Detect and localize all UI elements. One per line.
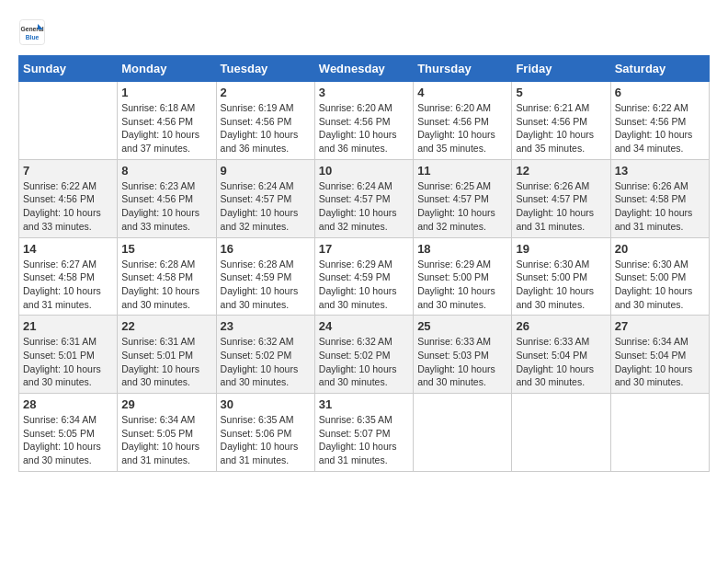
day-number: 12 — [516, 164, 606, 178]
day-number: 3 — [319, 86, 409, 99]
day-info: Sunrise: 6:25 AMSunset: 4:57 PMDaylight:… — [417, 179, 507, 234]
day-number: 13 — [615, 164, 705, 178]
day-info: Sunrise: 6:24 AMSunset: 4:57 PMDaylight:… — [319, 179, 409, 234]
calendar-cell: 17Sunrise: 6:29 AMSunset: 4:59 PMDayligh… — [314, 237, 413, 316]
day-number: 30 — [221, 397, 311, 411]
day-number: 23 — [221, 319, 311, 333]
week-row-1: 1Sunrise: 6:18 AMSunset: 4:56 PMDaylight… — [19, 82, 710, 160]
day-info: Sunrise: 6:33 AMSunset: 5:04 PMDaylight:… — [516, 335, 606, 389]
day-info: Sunrise: 6:27 AMSunset: 4:58 PMDaylight:… — [23, 258, 113, 312]
header-row: SundayMondayTuesdayWednesdayThursdayFrid… — [19, 56, 710, 82]
calendar-cell: 10Sunrise: 6:24 AMSunset: 4:57 PMDayligh… — [314, 159, 413, 237]
svg-rect-0 — [20, 20, 45, 45]
day-number: 14 — [23, 242, 113, 256]
calendar-cell: 1Sunrise: 6:18 AMSunset: 4:56 PMDaylight… — [118, 82, 216, 160]
day-number: 31 — [319, 397, 409, 411]
logo-icon: General Blue — [18, 18, 46, 46]
calendar-cell: 19Sunrise: 6:30 AMSunset: 5:00 PMDayligh… — [512, 237, 610, 316]
day-header-tuesday: Tuesday — [216, 56, 314, 82]
day-number: 15 — [121, 242, 211, 256]
calendar-cell — [414, 394, 512, 472]
day-info: Sunrise: 6:29 AMSunset: 4:59 PMDaylight:… — [319, 258, 409, 312]
day-info: Sunrise: 6:28 AMSunset: 4:59 PMDaylight:… — [221, 258, 311, 312]
calendar-cell: 23Sunrise: 6:32 AMSunset: 5:02 PMDayligh… — [216, 316, 314, 394]
calendar-cell: 22Sunrise: 6:31 AMSunset: 5:01 PMDayligh… — [118, 316, 216, 394]
day-info: Sunrise: 6:34 AMSunset: 5:04 PMDaylight:… — [615, 335, 705, 389]
svg-text:Blue: Blue — [26, 34, 40, 40]
day-number: 2 — [221, 86, 311, 99]
day-info: Sunrise: 6:32 AMSunset: 5:02 PMDaylight:… — [319, 335, 409, 389]
day-info: Sunrise: 6:32 AMSunset: 5:02 PMDaylight:… — [221, 335, 311, 389]
day-number: 18 — [417, 242, 507, 256]
day-info: Sunrise: 6:30 AMSunset: 5:00 PMDaylight:… — [615, 258, 705, 312]
day-number: 22 — [121, 319, 211, 333]
calendar-cell: 4Sunrise: 6:20 AMSunset: 4:56 PMDaylight… — [414, 82, 512, 160]
calendar-cell — [512, 394, 610, 472]
calendar-cell: 21Sunrise: 6:31 AMSunset: 5:01 PMDayligh… — [19, 316, 118, 394]
calendar-cell: 9Sunrise: 6:24 AMSunset: 4:57 PMDaylight… — [216, 159, 314, 237]
day-number: 16 — [221, 242, 311, 256]
calendar-cell: 26Sunrise: 6:33 AMSunset: 5:04 PMDayligh… — [512, 316, 610, 394]
day-info: Sunrise: 6:31 AMSunset: 5:01 PMDaylight:… — [23, 335, 113, 389]
day-info: Sunrise: 6:34 AMSunset: 5:05 PMDaylight:… — [23, 413, 113, 467]
day-header-saturday: Saturday — [610, 56, 709, 82]
day-info: Sunrise: 6:28 AMSunset: 4:58 PMDaylight:… — [121, 258, 211, 312]
calendar-cell: 16Sunrise: 6:28 AMSunset: 4:59 PMDayligh… — [216, 237, 314, 316]
calendar-cell: 28Sunrise: 6:34 AMSunset: 5:05 PMDayligh… — [19, 394, 118, 472]
day-number: 6 — [615, 86, 705, 99]
day-info: Sunrise: 6:24 AMSunset: 4:57 PMDaylight:… — [221, 179, 311, 234]
day-info: Sunrise: 6:31 AMSunset: 5:01 PMDaylight:… — [121, 335, 211, 389]
day-info: Sunrise: 6:29 AMSunset: 5:00 PMDaylight:… — [417, 258, 507, 312]
day-number: 20 — [615, 242, 705, 256]
calendar-cell: 5Sunrise: 6:21 AMSunset: 4:56 PMDaylight… — [512, 82, 610, 160]
calendar-cell: 24Sunrise: 6:32 AMSunset: 5:02 PMDayligh… — [314, 316, 413, 394]
day-number: 28 — [23, 397, 113, 411]
day-number: 25 — [417, 319, 507, 333]
day-number: 8 — [121, 164, 211, 178]
calendar-cell: 27Sunrise: 6:34 AMSunset: 5:04 PMDayligh… — [610, 316, 709, 394]
day-info: Sunrise: 6:26 AMSunset: 4:58 PMDaylight:… — [615, 179, 705, 234]
calendar-cell — [610, 394, 709, 472]
calendar-cell: 20Sunrise: 6:30 AMSunset: 5:00 PMDayligh… — [610, 237, 709, 316]
day-number: 4 — [417, 86, 507, 99]
day-number: 19 — [516, 242, 606, 256]
day-number: 24 — [319, 319, 409, 333]
calendar-cell: 13Sunrise: 6:26 AMSunset: 4:58 PMDayligh… — [610, 159, 709, 237]
day-number: 10 — [319, 164, 409, 178]
day-number: 5 — [516, 86, 606, 99]
calendar-cell: 11Sunrise: 6:25 AMSunset: 4:57 PMDayligh… — [414, 159, 512, 237]
day-info: Sunrise: 6:21 AMSunset: 4:56 PMDaylight:… — [516, 101, 606, 155]
day-info: Sunrise: 6:18 AMSunset: 4:56 PMDaylight:… — [121, 101, 211, 155]
week-row-3: 14Sunrise: 6:27 AMSunset: 4:58 PMDayligh… — [19, 237, 710, 316]
day-info: Sunrise: 6:20 AMSunset: 4:56 PMDaylight:… — [319, 101, 409, 155]
calendar-cell: 15Sunrise: 6:28 AMSunset: 4:58 PMDayligh… — [118, 237, 216, 316]
calendar-cell: 29Sunrise: 6:34 AMSunset: 5:05 PMDayligh… — [118, 394, 216, 472]
day-info: Sunrise: 6:22 AMSunset: 4:56 PMDaylight:… — [23, 179, 113, 234]
day-info: Sunrise: 6:26 AMSunset: 4:57 PMDaylight:… — [516, 179, 606, 234]
day-number: 17 — [319, 242, 409, 256]
day-header-friday: Friday — [512, 56, 610, 82]
week-row-4: 21Sunrise: 6:31 AMSunset: 5:01 PMDayligh… — [19, 316, 710, 394]
day-info: Sunrise: 6:35 AMSunset: 5:06 PMDaylight:… — [221, 413, 311, 467]
day-info: Sunrise: 6:23 AMSunset: 4:56 PMDaylight:… — [121, 179, 211, 234]
day-number: 9 — [221, 164, 311, 178]
day-number: 29 — [121, 397, 211, 411]
day-info: Sunrise: 6:19 AMSunset: 4:56 PMDaylight:… — [221, 101, 311, 155]
calendar-cell: 31Sunrise: 6:35 AMSunset: 5:07 PMDayligh… — [314, 394, 413, 472]
calendar-cell: 18Sunrise: 6:29 AMSunset: 5:00 PMDayligh… — [414, 237, 512, 316]
day-number: 21 — [23, 319, 113, 333]
day-info: Sunrise: 6:33 AMSunset: 5:03 PMDaylight:… — [417, 335, 507, 389]
day-number: 11 — [417, 164, 507, 178]
calendar-cell: 3Sunrise: 6:20 AMSunset: 4:56 PMDaylight… — [314, 82, 413, 160]
calendar-cell: 14Sunrise: 6:27 AMSunset: 4:58 PMDayligh… — [19, 237, 118, 316]
day-number: 27 — [615, 319, 705, 333]
page-header: General Blue — [18, 18, 710, 46]
day-header-thursday: Thursday — [414, 56, 512, 82]
day-info: Sunrise: 6:22 AMSunset: 4:56 PMDaylight:… — [615, 101, 705, 155]
day-header-wednesday: Wednesday — [314, 56, 413, 82]
logo: General Blue — [18, 18, 50, 46]
calendar-cell — [19, 82, 118, 160]
calendar-cell: 6Sunrise: 6:22 AMSunset: 4:56 PMDaylight… — [610, 82, 709, 160]
calendar-cell: 7Sunrise: 6:22 AMSunset: 4:56 PMDaylight… — [19, 159, 118, 237]
week-row-2: 7Sunrise: 6:22 AMSunset: 4:56 PMDaylight… — [19, 159, 710, 237]
